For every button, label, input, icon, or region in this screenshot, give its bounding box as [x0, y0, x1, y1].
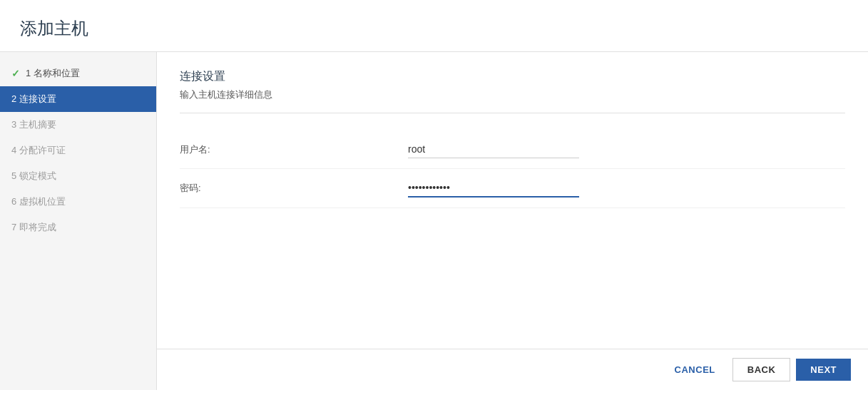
sidebar-item-step5: 5 锁定模式: [0, 163, 156, 189]
password-input-wrapper: [408, 179, 845, 198]
sidebar-item-step1[interactable]: ✓ 1 名称和位置: [0, 61, 156, 86]
sidebar-item-label-3: 3 主机摘要: [11, 118, 56, 131]
section-desc: 输入主机连接详细信息: [180, 88, 845, 113]
page-title: 添加主机: [0, 0, 868, 52]
sidebar-item-label-2: 2 连接设置: [11, 93, 56, 106]
sidebar-item-step4: 4 分配许可证: [0, 138, 156, 163]
sidebar-item-label-5: 5 锁定模式: [11, 170, 56, 183]
section-title: 连接设置: [180, 69, 845, 84]
sidebar-item-step6: 6 虚拟机位置: [0, 189, 156, 215]
password-row: 密码:: [180, 169, 845, 208]
username-row: 用户名:: [180, 130, 845, 169]
password-label: 密码:: [180, 182, 408, 195]
sidebar-item-label-1: 1 名称和位置: [26, 67, 80, 80]
sidebar-item-label-6: 6 虚拟机位置: [11, 195, 66, 208]
username-label: 用户名:: [180, 143, 408, 156]
password-input[interactable]: [408, 179, 579, 198]
cancel-button[interactable]: CANCEL: [663, 359, 727, 381]
checkmark-icon: ✓: [11, 68, 20, 79]
back-button[interactable]: BACK: [732, 358, 791, 381]
sidebar-item-step7: 7 即将完成: [0, 215, 156, 240]
sidebar-item-label-7: 7 即将完成: [11, 221, 56, 234]
footer: CANCEL BACK NEXT: [157, 349, 868, 390]
sidebar-item-label-4: 4 分配许可证: [11, 144, 66, 157]
content-area: 连接设置 输入主机连接详细信息 用户名: 密码: CANCEL BACK NEX…: [157, 52, 868, 390]
form: 用户名: 密码:: [180, 130, 845, 208]
username-input[interactable]: [408, 140, 579, 158]
username-input-wrapper: [408, 140, 845, 158]
sidebar-item-step2[interactable]: 2 连接设置: [0, 86, 156, 112]
next-button[interactable]: NEXT: [796, 359, 851, 381]
sidebar: ✓ 1 名称和位置 2 连接设置 3 主机摘要 4 分配许可证 5 锁定模式 6…: [0, 52, 157, 390]
sidebar-item-step3: 3 主机摘要: [0, 112, 156, 138]
